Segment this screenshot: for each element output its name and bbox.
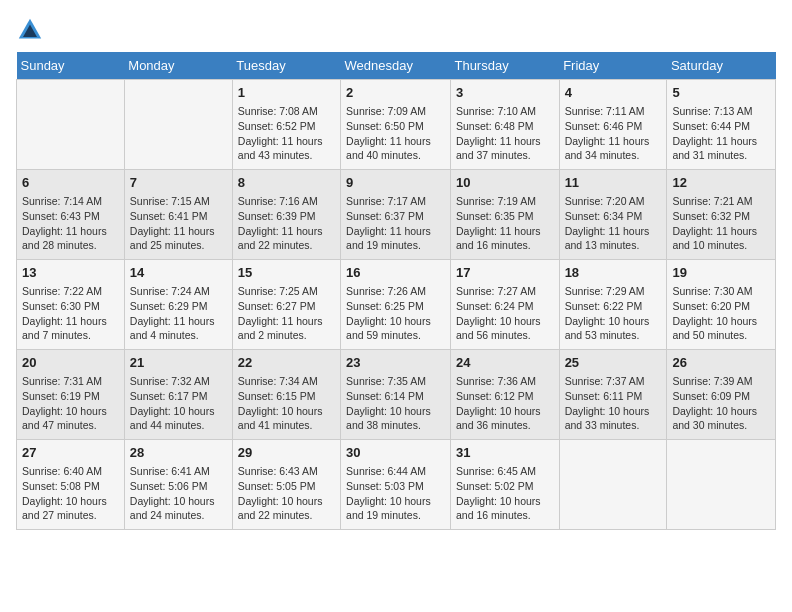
header-day-monday: Monday	[124, 52, 232, 80]
calendar-cell: 27Sunrise: 6:40 AM Sunset: 5:08 PM Dayli…	[17, 440, 125, 530]
day-info: Sunrise: 7:20 AM Sunset: 6:34 PM Dayligh…	[565, 194, 662, 253]
week-row-4: 20Sunrise: 7:31 AM Sunset: 6:19 PM Dayli…	[17, 350, 776, 440]
calendar-cell	[124, 80, 232, 170]
week-row-1: 1Sunrise: 7:08 AM Sunset: 6:52 PM Daylig…	[17, 80, 776, 170]
day-number: 3	[456, 84, 554, 102]
week-row-5: 27Sunrise: 6:40 AM Sunset: 5:08 PM Dayli…	[17, 440, 776, 530]
header-day-sunday: Sunday	[17, 52, 125, 80]
day-info: Sunrise: 7:32 AM Sunset: 6:17 PM Dayligh…	[130, 374, 227, 433]
day-number: 6	[22, 174, 119, 192]
calendar-cell: 10Sunrise: 7:19 AM Sunset: 6:35 PM Dayli…	[450, 170, 559, 260]
calendar-cell: 24Sunrise: 7:36 AM Sunset: 6:12 PM Dayli…	[450, 350, 559, 440]
day-number: 22	[238, 354, 335, 372]
day-info: Sunrise: 7:31 AM Sunset: 6:19 PM Dayligh…	[22, 374, 119, 433]
calendar-cell: 3Sunrise: 7:10 AM Sunset: 6:48 PM Daylig…	[450, 80, 559, 170]
day-number: 15	[238, 264, 335, 282]
day-info: Sunrise: 7:17 AM Sunset: 6:37 PM Dayligh…	[346, 194, 445, 253]
day-number: 1	[238, 84, 335, 102]
day-number: 31	[456, 444, 554, 462]
day-number: 18	[565, 264, 662, 282]
page-header	[16, 16, 776, 44]
day-number: 7	[130, 174, 227, 192]
day-info: Sunrise: 7:09 AM Sunset: 6:50 PM Dayligh…	[346, 104, 445, 163]
day-number: 17	[456, 264, 554, 282]
calendar-cell: 5Sunrise: 7:13 AM Sunset: 6:44 PM Daylig…	[667, 80, 776, 170]
calendar-cell: 11Sunrise: 7:20 AM Sunset: 6:34 PM Dayli…	[559, 170, 667, 260]
calendar-cell: 6Sunrise: 7:14 AM Sunset: 6:43 PM Daylig…	[17, 170, 125, 260]
calendar-cell: 8Sunrise: 7:16 AM Sunset: 6:39 PM Daylig…	[232, 170, 340, 260]
day-info: Sunrise: 7:39 AM Sunset: 6:09 PM Dayligh…	[672, 374, 770, 433]
day-info: Sunrise: 7:30 AM Sunset: 6:20 PM Dayligh…	[672, 284, 770, 343]
calendar-cell: 14Sunrise: 7:24 AM Sunset: 6:29 PM Dayli…	[124, 260, 232, 350]
day-number: 12	[672, 174, 770, 192]
day-info: Sunrise: 7:37 AM Sunset: 6:11 PM Dayligh…	[565, 374, 662, 433]
calendar-cell	[17, 80, 125, 170]
header-day-saturday: Saturday	[667, 52, 776, 80]
day-info: Sunrise: 7:24 AM Sunset: 6:29 PM Dayligh…	[130, 284, 227, 343]
calendar-cell: 18Sunrise: 7:29 AM Sunset: 6:22 PM Dayli…	[559, 260, 667, 350]
header-day-friday: Friday	[559, 52, 667, 80]
calendar-cell: 30Sunrise: 6:44 AM Sunset: 5:03 PM Dayli…	[341, 440, 451, 530]
day-number: 20	[22, 354, 119, 372]
calendar-cell: 1Sunrise: 7:08 AM Sunset: 6:52 PM Daylig…	[232, 80, 340, 170]
day-number: 21	[130, 354, 227, 372]
calendar-cell: 28Sunrise: 6:41 AM Sunset: 5:06 PM Dayli…	[124, 440, 232, 530]
day-info: Sunrise: 7:11 AM Sunset: 6:46 PM Dayligh…	[565, 104, 662, 163]
day-number: 30	[346, 444, 445, 462]
header-day-wednesday: Wednesday	[341, 52, 451, 80]
day-number: 27	[22, 444, 119, 462]
day-number: 28	[130, 444, 227, 462]
day-info: Sunrise: 7:14 AM Sunset: 6:43 PM Dayligh…	[22, 194, 119, 253]
calendar-table: SundayMondayTuesdayWednesdayThursdayFrid…	[16, 52, 776, 530]
calendar-cell	[559, 440, 667, 530]
day-info: Sunrise: 7:15 AM Sunset: 6:41 PM Dayligh…	[130, 194, 227, 253]
day-info: Sunrise: 6:43 AM Sunset: 5:05 PM Dayligh…	[238, 464, 335, 523]
week-row-3: 13Sunrise: 7:22 AM Sunset: 6:30 PM Dayli…	[17, 260, 776, 350]
day-info: Sunrise: 7:36 AM Sunset: 6:12 PM Dayligh…	[456, 374, 554, 433]
calendar-cell	[667, 440, 776, 530]
day-number: 19	[672, 264, 770, 282]
day-number: 9	[346, 174, 445, 192]
calendar-cell: 19Sunrise: 7:30 AM Sunset: 6:20 PM Dayli…	[667, 260, 776, 350]
day-info: Sunrise: 7:10 AM Sunset: 6:48 PM Dayligh…	[456, 104, 554, 163]
day-number: 26	[672, 354, 770, 372]
calendar-cell: 25Sunrise: 7:37 AM Sunset: 6:11 PM Dayli…	[559, 350, 667, 440]
logo-icon	[16, 16, 44, 44]
day-info: Sunrise: 7:19 AM Sunset: 6:35 PM Dayligh…	[456, 194, 554, 253]
calendar-cell: 15Sunrise: 7:25 AM Sunset: 6:27 PM Dayli…	[232, 260, 340, 350]
day-info: Sunrise: 7:25 AM Sunset: 6:27 PM Dayligh…	[238, 284, 335, 343]
day-number: 13	[22, 264, 119, 282]
day-number: 14	[130, 264, 227, 282]
day-info: Sunrise: 7:21 AM Sunset: 6:32 PM Dayligh…	[672, 194, 770, 253]
day-number: 16	[346, 264, 445, 282]
calendar-cell: 23Sunrise: 7:35 AM Sunset: 6:14 PM Dayli…	[341, 350, 451, 440]
day-info: Sunrise: 7:16 AM Sunset: 6:39 PM Dayligh…	[238, 194, 335, 253]
day-info: Sunrise: 7:34 AM Sunset: 6:15 PM Dayligh…	[238, 374, 335, 433]
calendar-cell: 16Sunrise: 7:26 AM Sunset: 6:25 PM Dayli…	[341, 260, 451, 350]
day-number: 29	[238, 444, 335, 462]
day-info: Sunrise: 7:22 AM Sunset: 6:30 PM Dayligh…	[22, 284, 119, 343]
calendar-cell: 2Sunrise: 7:09 AM Sunset: 6:50 PM Daylig…	[341, 80, 451, 170]
day-info: Sunrise: 6:44 AM Sunset: 5:03 PM Dayligh…	[346, 464, 445, 523]
day-number: 4	[565, 84, 662, 102]
day-info: Sunrise: 7:26 AM Sunset: 6:25 PM Dayligh…	[346, 284, 445, 343]
calendar-cell: 20Sunrise: 7:31 AM Sunset: 6:19 PM Dayli…	[17, 350, 125, 440]
day-number: 5	[672, 84, 770, 102]
calendar-cell: 26Sunrise: 7:39 AM Sunset: 6:09 PM Dayli…	[667, 350, 776, 440]
header-day-tuesday: Tuesday	[232, 52, 340, 80]
day-number: 11	[565, 174, 662, 192]
calendar-cell: 9Sunrise: 7:17 AM Sunset: 6:37 PM Daylig…	[341, 170, 451, 260]
day-number: 10	[456, 174, 554, 192]
day-info: Sunrise: 7:08 AM Sunset: 6:52 PM Dayligh…	[238, 104, 335, 163]
calendar-cell: 31Sunrise: 6:45 AM Sunset: 5:02 PM Dayli…	[450, 440, 559, 530]
day-info: Sunrise: 7:27 AM Sunset: 6:24 PM Dayligh…	[456, 284, 554, 343]
calendar-cell: 4Sunrise: 7:11 AM Sunset: 6:46 PM Daylig…	[559, 80, 667, 170]
header-row: SundayMondayTuesdayWednesdayThursdayFrid…	[17, 52, 776, 80]
day-number: 24	[456, 354, 554, 372]
day-number: 8	[238, 174, 335, 192]
calendar-cell: 22Sunrise: 7:34 AM Sunset: 6:15 PM Dayli…	[232, 350, 340, 440]
header-day-thursday: Thursday	[450, 52, 559, 80]
day-number: 23	[346, 354, 445, 372]
day-info: Sunrise: 7:29 AM Sunset: 6:22 PM Dayligh…	[565, 284, 662, 343]
day-info: Sunrise: 7:35 AM Sunset: 6:14 PM Dayligh…	[346, 374, 445, 433]
